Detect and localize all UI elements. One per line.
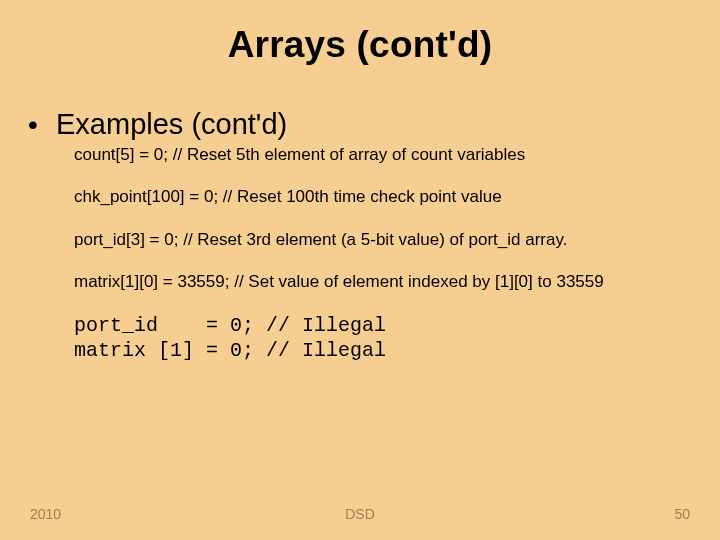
slide: Arrays (cont'd) • Examples (cont'd) coun…: [0, 0, 720, 540]
footer-center: DSD: [0, 506, 720, 522]
content-area: • Examples (cont'd) count[5] = 0; // Res…: [0, 66, 720, 363]
subhead-row: • Examples (cont'd): [28, 108, 692, 141]
illegal-code-block: port_id = 0; // Illegal matrix [1] = 0; …: [74, 313, 692, 363]
bullet-icon: •: [28, 109, 56, 141]
example-line: chk_point[100] = 0; // Reset 100th time …: [74, 187, 692, 207]
footer-page-number: 50: [674, 506, 690, 522]
footer: 2010 DSD 50: [0, 506, 720, 526]
example-line: count[5] = 0; // Reset 5th element of ar…: [74, 145, 692, 165]
example-line: port_id[3] = 0; // Reset 3rd element (a …: [74, 230, 692, 250]
example-line: matrix[1][0] = 33559; // Set value of el…: [74, 272, 692, 292]
examples-block: count[5] = 0; // Reset 5th element of ar…: [28, 141, 692, 363]
subhead-text: Examples (cont'd): [56, 108, 287, 141]
slide-title: Arrays (cont'd): [0, 0, 720, 66]
